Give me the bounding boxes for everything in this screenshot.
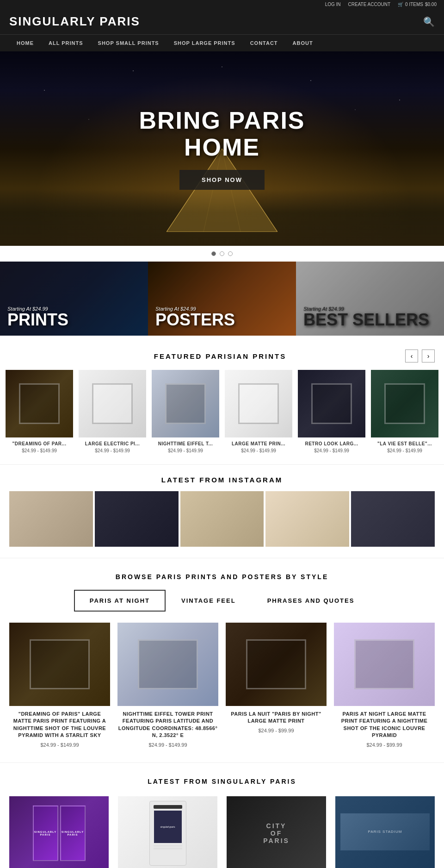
featured-next-arrow[interactable]: › [422,350,435,362]
product-name-4: RETRO LOOK LARG... [298,441,365,446]
hero-text: BRING PARIS HOME SHOP NOW [139,107,305,189]
category-prints[interactable]: Starting At $24.99 PRINTS [0,262,148,336]
cart-icon: 🛒 [398,2,403,7]
product-price-4: $24.99 - $149.99 [298,448,365,453]
carousel-dot-2[interactable] [220,251,224,256]
latest-post-3: PARIS STADIUM August 11, 2017 WELCOME TO… [335,796,435,868]
featured-prev-arrow[interactable]: ‹ [405,350,418,362]
hero-headline: BRING PARIS HOME [139,107,305,160]
style-tabs: PARIS AT NIGHT VINTAGE FEEL PHRASES AND … [9,590,435,612]
product-card-3[interactable]: LARGE MATTE PRIN... $24.99 - $149.99 [225,370,292,453]
instagram-title: LATEST FROM INSTAGRAM [9,476,435,484]
latest-title: LATEST FROM SINGULARLY PARIS [9,778,435,785]
tab-vintage-feel[interactable]: VINTAGE FEEL [166,590,252,612]
latest-post-img-1[interactable]: singularlyparis [118,796,217,868]
tab-phrases-and-quotes[interactable]: PHRASES AND QUOTES [252,590,370,612]
browse-product-price-2: $24.99 - $99.99 [226,728,327,733]
insta-cell-3[interactable] [180,491,264,547]
latest-post-img-2[interactable]: CITY OF PARIS [227,796,326,868]
search-button[interactable]: 🔍 [423,16,435,27]
shop-now-button[interactable]: SHOP NOW [179,170,265,190]
latest-post-img-3[interactable]: PARIS STADIUM [335,796,435,868]
product-price-2: $24.99 - $149.99 [152,448,219,453]
product-card-0[interactable]: "DREAMING OF PAR... $24.99 - $149.99 [6,370,73,453]
product-name-5: "LA VIE EST BELLE"... [371,441,438,446]
browse-products-grid: "DREAMING OF PARIS" LARGE MATTE PARIS PR… [9,623,435,748]
prints-title: PRINTS [7,312,141,328]
instagram-grid [9,491,435,547]
product-card-1[interactable]: LARGE ELECTRIC PI... $24.99 - $149.99 [79,370,146,453]
product-name-3: LARGE MATTE PRIN... [225,441,292,446]
browse-product-price-1: $24.99 - $149.99 [117,742,218,748]
nav-contact[interactable]: CONTACT [243,35,285,51]
browse-product-1[interactable]: NIGHTTIME EIFFEL TOWER PRINT FEATURING P… [117,623,218,748]
nav-shop-large-prints[interactable]: SHOP LARGE PRINTS [166,35,243,51]
browse-product-0[interactable]: "DREAMING OF PARIS" LARGE MATTE PARIS PR… [9,623,110,748]
latest-post-img-0[interactable]: SINGULARLY PARIS SINGULARLY PARIS [9,796,109,868]
product-card-2[interactable]: NIGHTTIME EIFFEL T... $24.99 - $149.99 [152,370,219,453]
carousel-dots [0,246,444,262]
browse-product-2[interactable]: PARIS LA NUIT "PARIS BY NIGHT" LARGE MAT… [226,623,327,748]
nav-home[interactable]: HOME [9,35,41,51]
category-best-sellers[interactable]: Starting At $24.99 BEST SELLERS [296,262,444,336]
product-price-1: $24.99 - $149.99 [79,448,146,453]
browse-product-price-0: $24.99 - $149.99 [9,742,110,748]
browse-section: BROWSE PARIS PRINTS AND POSTERS BY STYLE… [0,558,444,762]
product-price-0: $24.99 - $149.99 [6,448,73,453]
product-name-0: "DREAMING OF PAR... [6,441,73,446]
product-price-3: $24.99 - $149.99 [225,448,292,453]
cart-area[interactable]: 🛒 0 ITEMS $0.00 [398,2,437,7]
latest-post-0: SINGULARLY PARIS SINGULARLY PARIS August… [9,796,109,868]
cart-items-count: 0 ITEMS [405,2,423,7]
tab-paris-at-night[interactable]: PARIS AT NIGHT [74,590,166,612]
nav-shop-small-prints[interactable]: SHOP SMALL PRINTS [91,35,166,51]
site-title[interactable]: SINGULARLY PARIS [9,14,140,29]
insta-cell-2[interactable] [95,491,179,547]
nav-all-prints[interactable]: ALL PRINTS [41,35,91,51]
browse-product-price-3: $24.99 - $99.99 [334,742,435,748]
carousel-dot-1[interactable] [211,251,216,256]
product-price-5: $24.99 - $149.99 [371,448,438,453]
hero-section: BRING PARIS HOME SHOP NOW [0,51,444,246]
category-row: Starting At $24.99 PRINTS Starting At $2… [0,262,444,336]
latest-post-2: CITY OF PARIS August 12, 2017 DREAMING O… [227,796,326,868]
featured-products-grid: "DREAMING OF PAR... $24.99 - $149.99 LAR… [0,370,444,464]
best-sellers-title: BEST SELLERS [303,312,437,328]
insta-cell-5[interactable] [351,491,435,547]
browse-product-name-1: NIGHTTIME EIFFEL TOWER PRINT FEATURING P… [117,711,218,739]
browse-product-3[interactable]: PARIS AT NIGHT LARGE MATTE PRINT FEATURI… [334,623,435,748]
create-account-link[interactable]: CREATE ACCOUNT [348,2,391,7]
cart-total: $0.00 [425,2,437,7]
browse-title: BROWSE PARIS PRINTS AND POSTERS BY STYLE [9,573,435,581]
nav-about[interactable]: ABOUT [285,35,321,51]
latest-grid: SINGULARLY PARIS SINGULARLY PARIS August… [9,796,435,868]
login-link[interactable]: LOG IN [325,2,341,7]
top-bar: LOG IN CREATE ACCOUNT 🛒 0 ITEMS $0.00 [0,0,444,9]
posters-title: POSTERS [155,312,289,328]
browse-product-name-3: PARIS AT NIGHT LARGE MATTE PRINT FEATURI… [334,711,435,739]
featured-header: FEATURED PARISIAN PRINTS ‹ › [0,336,444,370]
latest-section: LATEST FROM SINGULARLY PARIS SINGULARLY … [0,762,444,868]
category-posters[interactable]: Starting At $24.99 POSTERS [148,262,296,336]
insta-cell-4[interactable] [265,491,349,547]
main-nav: HOME ALL PRINTS SHOP SMALL PRINTS SHOP L… [0,34,444,51]
insta-cell-1[interactable] [9,491,93,547]
product-name-2: NIGHTTIME EIFFEL T... [152,441,219,446]
instagram-section: LATEST FROM INSTAGRAM [0,464,444,558]
product-card-4[interactable]: RETRO LOOK LARG... $24.99 - $149.99 [298,370,365,453]
header: SINGULARLY PARIS 🔍 [0,9,444,34]
browse-product-name-0: "DREAMING OF PARIS" LARGE MATTE PARIS PR… [9,711,110,739]
product-name-1: LARGE ELECTRIC PI... [79,441,146,446]
product-card-5[interactable]: "LA VIE EST BELLE"... $24.99 - $149.99 [371,370,438,453]
featured-title: FEATURED PARISIAN PRINTS [35,352,405,360]
browse-product-name-2: PARIS LA NUIT "PARIS BY NIGHT" LARGE MAT… [226,711,327,725]
carousel-dot-3[interactable] [228,251,233,256]
featured-nav-arrows: ‹ › [405,350,435,362]
latest-post-1: singularlyparis August 15, 2017 FOLLOW S… [118,796,217,868]
